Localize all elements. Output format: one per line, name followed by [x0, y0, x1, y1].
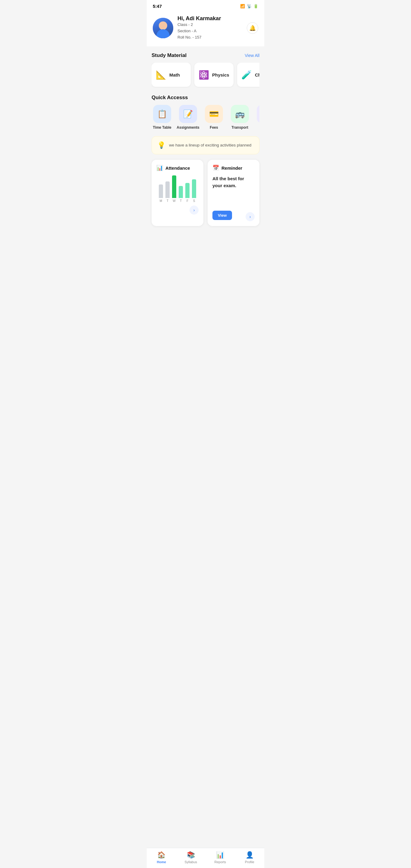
battery-icon: 🔋 [253, 4, 258, 8]
subject-card-physics[interactable]: ⚛️ Physics [194, 63, 233, 87]
physics-icon: ⚛️ [198, 70, 209, 80]
signal-icon: 📡 [247, 4, 252, 8]
wifi-icon: 📶 [240, 4, 245, 8]
fees-label: Fees [210, 125, 218, 130]
assignments-icon: 📝 [183, 110, 193, 119]
chemistry-icon: 🧪 [241, 70, 252, 80]
nav-reports[interactable]: 📊 Reports [210, 851, 231, 864]
bottom-nav: 🏠 Home 📚 Syllabus 📊 Reports 👤 Profile [147, 848, 264, 868]
nav-home[interactable]: 🏠 Home [151, 851, 172, 864]
bar-friday: F [184, 183, 191, 203]
math-icon: 📐 [156, 70, 166, 80]
home-icon: 🏠 [157, 851, 165, 859]
reminder-footer: View › [213, 209, 255, 221]
timetable-label: Time Table [153, 125, 171, 130]
physics-label: Physics [212, 72, 229, 78]
timetable-icon-wrap: 📋 [153, 105, 171, 123]
assignments-label: Assignments [177, 125, 199, 130]
bar-tuesday-fill [165, 181, 170, 198]
quick-item-transport[interactable]: 🚌 Transport [229, 105, 250, 130]
header-left: Hi, Adi Karmakar Class - 2 Section - A R… [153, 16, 221, 40]
timetable-icon: 📋 [157, 110, 167, 119]
notification-button[interactable]: 🔔 [247, 22, 258, 34]
class-text: Class - 2 Section - A Roll No. - 157 [178, 22, 221, 40]
attendance-card-header: 📊 Attendance [156, 164, 198, 171]
reminder-icon: 📅 [213, 164, 219, 171]
bar-thursday: T [178, 186, 184, 203]
fees-icon: 💳 [209, 110, 219, 119]
math-label: Math [169, 72, 180, 78]
syllabus-label: Syllabus [184, 860, 197, 864]
header: Hi, Adi Karmakar Class - 2 Section - A R… [147, 10, 264, 46]
quick-item-assignments[interactable]: 📝 Assignments [178, 105, 198, 130]
announcement-card: 💡 we have a lineup of exciting activitie… [152, 136, 259, 154]
nav-syllabus[interactable]: 📚 Syllabus [180, 851, 201, 864]
attendance-bar-chart: M T W T F [156, 176, 198, 203]
bar-tuesday: T [164, 181, 171, 203]
subject-card-math[interactable]: 📐 Math [152, 63, 191, 87]
bar-thursday-fill [179, 186, 183, 198]
attendance-arrow-button[interactable]: › [190, 206, 198, 215]
nav-profile[interactable]: 👤 Profile [239, 851, 260, 864]
assignments-icon-wrap: 📝 [179, 105, 197, 123]
subject-card-chemistry[interactable]: 🧪 Chemistry [237, 63, 259, 87]
reminder-view-button[interactable]: View [213, 211, 232, 220]
header-info: Hi, Adi Karmakar Class - 2 Section - A R… [178, 16, 221, 40]
calendar-icon-wrap: 📅 [257, 105, 259, 123]
quick-access-title: Quick Accesss [152, 95, 259, 101]
bar-tuesday-label: T [167, 199, 168, 203]
syllabus-icon: 📚 [187, 851, 195, 859]
quick-access-scroll: 📋 Time Table 📝 Assignments 💳 Fees 🚌 Tran… [152, 105, 259, 131]
transport-label: Transport [231, 125, 248, 130]
view-all-button[interactable]: View All [245, 53, 259, 58]
reminder-text: All the best for your exam. [213, 176, 255, 189]
cards-row: 📊 Attendance M T W T [152, 160, 259, 226]
bar-saturday-fill [192, 179, 196, 198]
bar-monday-label: M [160, 199, 162, 203]
bar-wednesday-fill [172, 176, 176, 198]
transport-icon-wrap: 🚌 [231, 105, 249, 123]
bar-thursday-label: T [180, 199, 182, 203]
reminder-title: Reminder [221, 165, 242, 170]
status-time: 5:47 [153, 4, 162, 9]
attendance-card: 📊 Attendance M T W T [152, 160, 203, 226]
chemistry-label: Chemistry [255, 72, 259, 78]
quick-item-timetable[interactable]: 📋 Time Table [152, 105, 173, 130]
bar-monday-fill [159, 184, 163, 198]
profile-label: Profile [245, 860, 254, 864]
attendance-chart-icon: 📊 [156, 164, 163, 171]
bar-saturday: S [191, 179, 197, 203]
transport-icon: 🚌 [235, 110, 245, 119]
announcement-text: we have a lineup of exciting activities … [169, 143, 251, 148]
reminder-card: 📅 Reminder All the best for your exam. V… [208, 160, 259, 226]
attendance-title: Attendance [165, 165, 190, 170]
reminder-card-header: 📅 Reminder [213, 164, 255, 171]
avatar [153, 18, 173, 38]
profile-icon: 👤 [246, 851, 254, 859]
announcement-icon: 💡 [157, 141, 165, 149]
reports-icon: 📊 [216, 851, 224, 859]
study-material-header: Study Material View All [152, 53, 259, 59]
bar-wednesday-label: W [173, 199, 176, 203]
study-material-scroll: 📐 Math ⚛️ Physics 🧪 Chemistry [152, 63, 259, 88]
quick-item-fees[interactable]: 💳 Fees [203, 105, 224, 130]
bar-friday-fill [185, 183, 190, 198]
status-icons: 📶 📡 🔋 [240, 4, 258, 8]
reports-label: Reports [214, 860, 226, 864]
status-bar: 5:47 📶 📡 🔋 [147, 0, 264, 10]
quick-item-calendar[interactable]: 📅 Ca... [255, 105, 259, 130]
fees-icon-wrap: 💳 [205, 105, 223, 123]
bell-icon: 🔔 [249, 25, 256, 31]
bar-saturday-label: S [193, 199, 195, 203]
study-material-title: Study Material [152, 53, 187, 59]
bar-wednesday: W [171, 176, 178, 203]
main-content: Study Material View All 📐 Math ⚛️ Physic… [147, 53, 264, 250]
bar-friday-label: F [187, 199, 188, 203]
greeting-text: Hi, Adi Karmakar [178, 16, 221, 22]
reminder-arrow-button[interactable]: › [246, 212, 255, 221]
bar-monday: M [158, 184, 164, 203]
home-label: Home [157, 860, 166, 864]
